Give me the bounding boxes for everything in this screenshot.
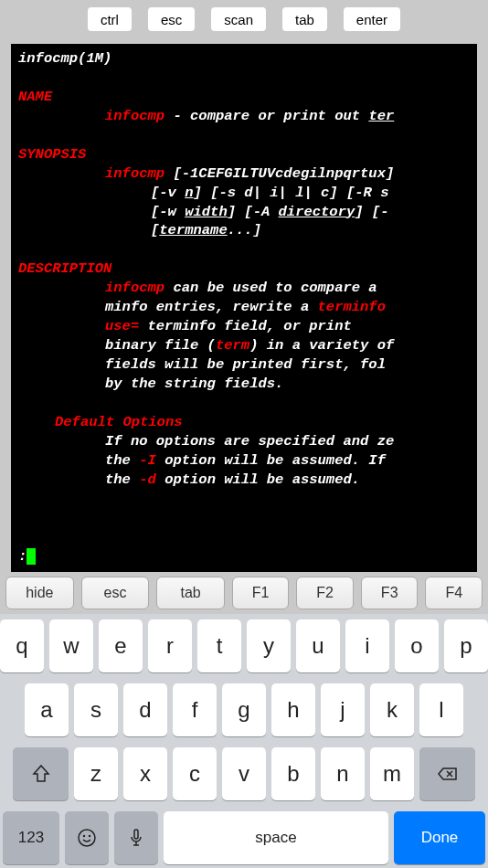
- synopsis-line-4: [termname...]: [18, 221, 470, 240]
- esc-button[interactable]: esc: [148, 7, 195, 31]
- key-k[interactable]: k: [370, 683, 414, 736]
- key-s[interactable]: s: [74, 683, 118, 736]
- space-key[interactable]: space: [164, 811, 388, 864]
- desc-line-1: infocmp can be used to compare a: [18, 279, 470, 298]
- f1-key[interactable]: F1: [232, 577, 290, 609]
- key-g[interactable]: g: [222, 683, 266, 736]
- key-j[interactable]: j: [321, 683, 365, 736]
- f2-key[interactable]: F2: [296, 577, 354, 609]
- mic-key[interactable]: [114, 811, 158, 864]
- f3-key[interactable]: F3: [361, 577, 419, 609]
- keyboard-row-1: q w e r t y u i o p: [0, 614, 488, 678]
- key-e[interactable]: e: [99, 619, 143, 672]
- svg-point-2: [79, 830, 95, 846]
- key-c[interactable]: c: [173, 747, 217, 800]
- shift-icon: [30, 763, 52, 785]
- key-u[interactable]: u: [296, 619, 340, 672]
- synopsis-line-1: infocmp [-1CEFGILTUVcdegilnpqrtux]: [18, 164, 470, 184]
- key-y[interactable]: y: [247, 619, 291, 672]
- desc-line-3: use= terminfo field, or print: [18, 317, 470, 336]
- default-options-header: Default Options: [18, 413, 470, 432]
- f4-key[interactable]: F4: [425, 577, 483, 609]
- done-key[interactable]: Done: [394, 811, 485, 864]
- man-page-title: infocmp(1M): [18, 49, 470, 69]
- name-line: infocmp - compare or print out ter: [18, 107, 470, 126]
- key-w[interactable]: w: [49, 619, 93, 672]
- key-o[interactable]: o: [395, 619, 439, 672]
- key-h[interactable]: h: [271, 683, 315, 736]
- synopsis-header: SYNOPSIS: [18, 145, 470, 164]
- desc-line-4: binary file (term) in a variety of: [18, 336, 470, 355]
- keyboard-row-4: 123 space Done: [0, 806, 488, 868]
- function-key-row: hide esc tab F1 F2 F3 F4: [0, 572, 488, 614]
- desc-line-6: by the string fields.: [18, 375, 470, 394]
- hide-key[interactable]: hide: [5, 577, 74, 609]
- virtual-keyboard: q w e r t y u i o p a s d f g h j k l z …: [0, 614, 488, 868]
- key-r[interactable]: r: [148, 619, 192, 672]
- svg-point-4: [90, 836, 90, 837]
- scan-button[interactable]: scan: [211, 7, 266, 31]
- desc-line-5: fields will be printed first, fol: [18, 355, 470, 375]
- key-z[interactable]: z: [74, 747, 118, 800]
- keyboard-row-3: z x c v b n m: [0, 742, 488, 806]
- esc-key[interactable]: esc: [81, 577, 150, 609]
- key-t[interactable]: t: [197, 619, 241, 672]
- terminal-view[interactable]: infocmp(1M) NAME infocmp - compare or pr…: [11, 44, 477, 572]
- backspace-icon: [437, 763, 459, 785]
- key-n[interactable]: n: [321, 747, 365, 800]
- key-a[interactable]: a: [25, 683, 69, 736]
- default-line-1: If no options are specified and ze: [18, 432, 470, 451]
- name-header: NAME: [18, 88, 470, 107]
- numeric-key[interactable]: 123: [3, 811, 59, 864]
- key-f[interactable]: f: [173, 683, 217, 736]
- mic-icon: [125, 827, 147, 849]
- key-d[interactable]: d: [123, 683, 167, 736]
- key-m[interactable]: m: [370, 747, 414, 800]
- default-line-3: the -d option will be assumed.: [18, 471, 470, 490]
- key-v[interactable]: v: [222, 747, 266, 800]
- svg-point-3: [84, 836, 85, 837]
- emoji-key[interactable]: [65, 811, 109, 864]
- keyboard-row-2: a s d f g h j k l: [0, 678, 488, 742]
- desc-line-2: minfo entries, rewrite a terminfo: [18, 298, 470, 317]
- svg-rect-5: [134, 830, 138, 839]
- default-line-2: the -I option will be assumed. If: [18, 451, 470, 471]
- description-header: DESCRIPTION: [18, 259, 470, 279]
- tab-key[interactable]: tab: [156, 577, 225, 609]
- cursor-icon: [27, 548, 36, 565]
- shift-key[interactable]: [13, 747, 69, 800]
- ctrl-button[interactable]: ctrl: [88, 7, 132, 31]
- emoji-icon: [76, 827, 98, 849]
- key-l[interactable]: l: [419, 683, 463, 736]
- key-x[interactable]: x: [123, 747, 167, 800]
- key-b[interactable]: b: [271, 747, 315, 800]
- key-i[interactable]: i: [345, 619, 389, 672]
- top-toolbar: ctrl esc scan tab enter: [0, 0, 488, 38]
- tab-button[interactable]: tab: [282, 7, 327, 31]
- prompt-line: :: [18, 547, 36, 566]
- backspace-key[interactable]: [419, 747, 475, 800]
- synopsis-line-3: [-w width] [-A directory] [-: [18, 203, 470, 222]
- key-q[interactable]: q: [0, 619, 44, 672]
- enter-button[interactable]: enter: [344, 7, 400, 31]
- key-p[interactable]: p: [444, 619, 488, 672]
- synopsis-line-2: [-v n] [-s d| i| l| c] [-R s: [18, 184, 470, 203]
